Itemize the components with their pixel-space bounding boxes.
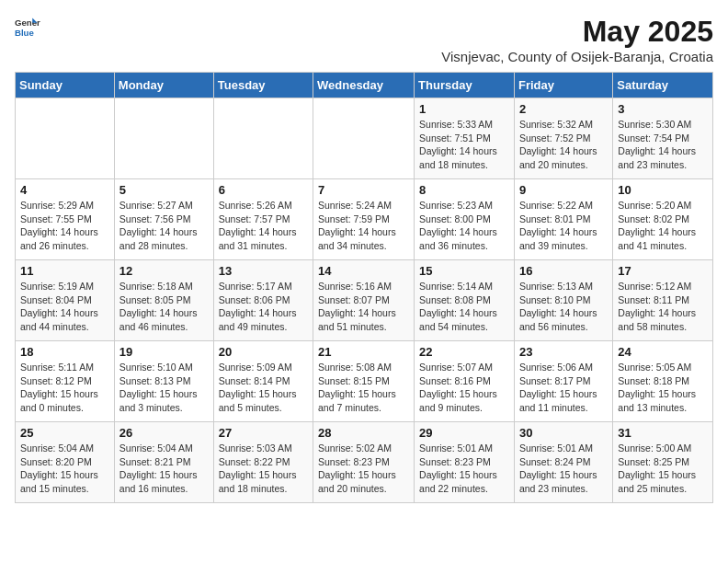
calendar-cell <box>213 98 313 179</box>
day-info: Sunrise: 5:10 AM Sunset: 8:13 PM Dayligh… <box>119 361 209 415</box>
day-info: Sunrise: 5:03 AM Sunset: 8:22 PM Dayligh… <box>219 442 308 496</box>
calendar-cell: 1Sunrise: 5:33 AM Sunset: 7:51 PM Daylig… <box>415 98 515 179</box>
day-info: Sunrise: 5:00 AM Sunset: 8:25 PM Dayligh… <box>618 442 708 496</box>
logo: General Blue <box>15 15 40 40</box>
calendar-week-4: 18Sunrise: 5:11 AM Sunset: 8:12 PM Dayli… <box>16 341 713 422</box>
day-number: 15 <box>419 264 509 278</box>
day-info: Sunrise: 5:14 AM Sunset: 8:08 PM Dayligh… <box>419 280 509 334</box>
day-info: Sunrise: 5:05 AM Sunset: 8:18 PM Dayligh… <box>618 361 708 415</box>
day-number: 14 <box>318 264 409 278</box>
calendar-cell: 17Sunrise: 5:12 AM Sunset: 8:11 PM Dayli… <box>613 260 713 341</box>
day-info: Sunrise: 5:19 AM Sunset: 8:04 PM Dayligh… <box>20 280 109 334</box>
day-number: 23 <box>519 345 608 359</box>
logo-icon: General Blue <box>15 15 40 40</box>
calendar-cell: 6Sunrise: 5:26 AM Sunset: 7:57 PM Daylig… <box>213 179 313 260</box>
calendar-cell: 14Sunrise: 5:16 AM Sunset: 8:07 PM Dayli… <box>313 260 415 341</box>
day-number: 17 <box>618 264 708 278</box>
calendar-cell: 16Sunrise: 5:13 AM Sunset: 8:10 PM Dayli… <box>514 260 612 341</box>
calendar-cell: 9Sunrise: 5:22 AM Sunset: 8:01 PM Daylig… <box>514 179 612 260</box>
calendar-cell: 26Sunrise: 5:04 AM Sunset: 8:21 PM Dayli… <box>114 422 213 503</box>
calendar-cell: 15Sunrise: 5:14 AM Sunset: 8:08 PM Dayli… <box>415 260 515 341</box>
calendar-table: SundayMondayTuesdayWednesdayThursdayFrid… <box>15 72 713 503</box>
calendar-header-row: SundayMondayTuesdayWednesdayThursdayFrid… <box>16 73 713 98</box>
day-number: 5 <box>119 183 209 197</box>
day-number: 6 <box>219 183 308 197</box>
calendar-cell: 4Sunrise: 5:29 AM Sunset: 7:55 PM Daylig… <box>16 179 115 260</box>
day-info: Sunrise: 5:08 AM Sunset: 8:15 PM Dayligh… <box>318 361 409 415</box>
day-info: Sunrise: 5:17 AM Sunset: 8:06 PM Dayligh… <box>219 280 308 334</box>
day-number: 21 <box>318 345 409 359</box>
calendar-cell: 30Sunrise: 5:01 AM Sunset: 8:24 PM Dayli… <box>514 422 612 503</box>
calendar-cell: 2Sunrise: 5:32 AM Sunset: 7:52 PM Daylig… <box>514 98 612 179</box>
day-info: Sunrise: 5:27 AM Sunset: 7:56 PM Dayligh… <box>119 199 209 253</box>
calendar-cell: 31Sunrise: 5:00 AM Sunset: 8:25 PM Dayli… <box>613 422 713 503</box>
day-header-tuesday: Tuesday <box>213 73 313 98</box>
calendar-cell: 27Sunrise: 5:03 AM Sunset: 8:22 PM Dayli… <box>213 422 313 503</box>
main-title: May 2025 <box>441 15 713 49</box>
day-number: 29 <box>419 426 509 440</box>
day-header-friday: Friday <box>514 73 612 98</box>
day-header-sunday: Sunday <box>16 73 115 98</box>
calendar-cell: 22Sunrise: 5:07 AM Sunset: 8:16 PM Dayli… <box>415 341 515 422</box>
day-info: Sunrise: 5:04 AM Sunset: 8:21 PM Dayligh… <box>119 442 209 496</box>
calendar-cell: 28Sunrise: 5:02 AM Sunset: 8:23 PM Dayli… <box>313 422 415 503</box>
day-info: Sunrise: 5:32 AM Sunset: 7:52 PM Dayligh… <box>519 118 608 172</box>
calendar-cell: 19Sunrise: 5:10 AM Sunset: 8:13 PM Dayli… <box>114 341 213 422</box>
day-number: 24 <box>618 345 708 359</box>
day-info: Sunrise: 5:23 AM Sunset: 8:00 PM Dayligh… <box>419 199 509 253</box>
calendar-cell: 20Sunrise: 5:09 AM Sunset: 8:14 PM Dayli… <box>213 341 313 422</box>
calendar-cell: 10Sunrise: 5:20 AM Sunset: 8:02 PM Dayli… <box>613 179 713 260</box>
day-info: Sunrise: 5:11 AM Sunset: 8:12 PM Dayligh… <box>20 361 109 415</box>
svg-text:Blue: Blue <box>15 28 34 38</box>
calendar-cell: 11Sunrise: 5:19 AM Sunset: 8:04 PM Dayli… <box>16 260 115 341</box>
day-info: Sunrise: 5:06 AM Sunset: 8:17 PM Dayligh… <box>519 361 608 415</box>
calendar-week-1: 1Sunrise: 5:33 AM Sunset: 7:51 PM Daylig… <box>16 98 713 179</box>
day-number: 2 <box>519 102 608 116</box>
calendar-cell: 8Sunrise: 5:23 AM Sunset: 8:00 PM Daylig… <box>415 179 515 260</box>
day-number: 19 <box>119 345 209 359</box>
calendar-cell: 23Sunrise: 5:06 AM Sunset: 8:17 PM Dayli… <box>514 341 612 422</box>
day-number: 7 <box>318 183 409 197</box>
day-number: 28 <box>318 426 409 440</box>
day-number: 18 <box>20 345 109 359</box>
calendar-cell: 25Sunrise: 5:04 AM Sunset: 8:20 PM Dayli… <box>16 422 115 503</box>
day-header-saturday: Saturday <box>613 73 713 98</box>
day-info: Sunrise: 5:07 AM Sunset: 8:16 PM Dayligh… <box>419 361 509 415</box>
calendar-cell: 7Sunrise: 5:24 AM Sunset: 7:59 PM Daylig… <box>313 179 415 260</box>
day-header-monday: Monday <box>114 73 213 98</box>
day-info: Sunrise: 5:33 AM Sunset: 7:51 PM Dayligh… <box>419 118 509 172</box>
day-info: Sunrise: 5:30 AM Sunset: 7:54 PM Dayligh… <box>618 118 708 172</box>
page-header: General Blue May 2025 Visnjevac, County … <box>15 15 713 64</box>
day-info: Sunrise: 5:13 AM Sunset: 8:10 PM Dayligh… <box>519 280 608 334</box>
calendar-cell: 18Sunrise: 5:11 AM Sunset: 8:12 PM Dayli… <box>16 341 115 422</box>
calendar-cell: 21Sunrise: 5:08 AM Sunset: 8:15 PM Dayli… <box>313 341 415 422</box>
day-header-thursday: Thursday <box>415 73 515 98</box>
day-header-wednesday: Wednesday <box>313 73 415 98</box>
day-number: 25 <box>20 426 109 440</box>
day-info: Sunrise: 5:04 AM Sunset: 8:20 PM Dayligh… <box>20 442 109 496</box>
calendar-cell: 24Sunrise: 5:05 AM Sunset: 8:18 PM Dayli… <box>613 341 713 422</box>
day-number: 20 <box>219 345 308 359</box>
day-number: 30 <box>519 426 608 440</box>
day-number: 8 <box>419 183 509 197</box>
day-number: 27 <box>219 426 308 440</box>
subtitle: Visnjevac, County of Osijek-Baranja, Cro… <box>441 49 713 64</box>
day-number: 13 <box>219 264 308 278</box>
day-number: 31 <box>618 426 708 440</box>
day-info: Sunrise: 5:18 AM Sunset: 8:05 PM Dayligh… <box>119 280 209 334</box>
day-number: 9 <box>519 183 608 197</box>
day-info: Sunrise: 5:26 AM Sunset: 7:57 PM Dayligh… <box>219 199 308 253</box>
day-info: Sunrise: 5:12 AM Sunset: 8:11 PM Dayligh… <box>618 280 708 334</box>
day-number: 26 <box>119 426 209 440</box>
calendar-week-3: 11Sunrise: 5:19 AM Sunset: 8:04 PM Dayli… <box>16 260 713 341</box>
calendar-week-2: 4Sunrise: 5:29 AM Sunset: 7:55 PM Daylig… <box>16 179 713 260</box>
calendar-cell: 5Sunrise: 5:27 AM Sunset: 7:56 PM Daylig… <box>114 179 213 260</box>
day-number: 11 <box>20 264 109 278</box>
calendar-cell <box>114 98 213 179</box>
day-number: 12 <box>119 264 209 278</box>
calendar-week-5: 25Sunrise: 5:04 AM Sunset: 8:20 PM Dayli… <box>16 422 713 503</box>
day-info: Sunrise: 5:09 AM Sunset: 8:14 PM Dayligh… <box>219 361 308 415</box>
calendar-cell: 29Sunrise: 5:01 AM Sunset: 8:23 PM Dayli… <box>415 422 515 503</box>
day-info: Sunrise: 5:02 AM Sunset: 8:23 PM Dayligh… <box>318 442 409 496</box>
day-info: Sunrise: 5:22 AM Sunset: 8:01 PM Dayligh… <box>519 199 608 253</box>
